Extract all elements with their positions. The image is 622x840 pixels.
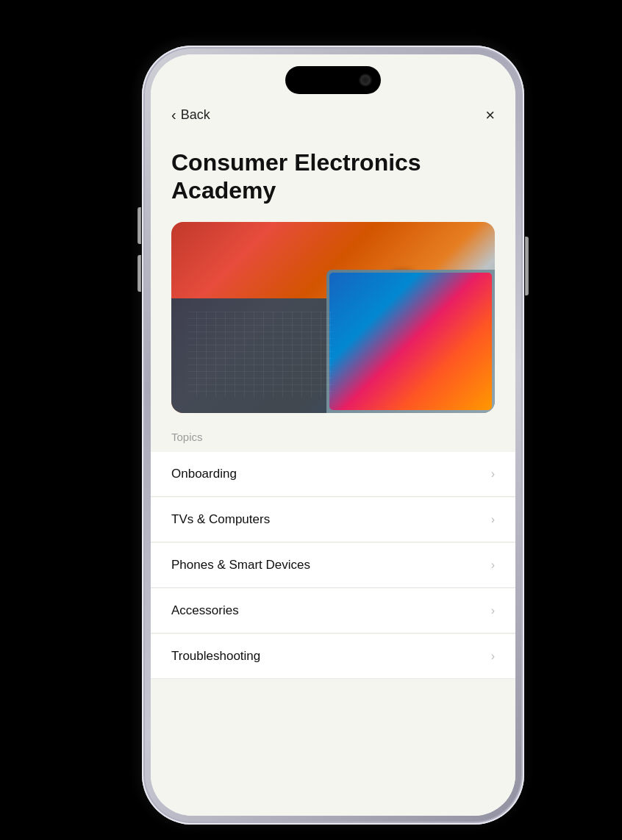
dynamic-island <box>285 66 381 94</box>
hero-image <box>171 222 495 413</box>
chevron-right-icon: › <box>491 559 495 572</box>
chevron-right-icon: › <box>491 513 495 526</box>
topic-label-tvs-computers: TVs & Computers <box>171 512 270 527</box>
screen-content[interactable]: ‹ Back × Consumer Electronics Academy To… <box>151 54 515 816</box>
volume-up-button[interactable] <box>137 207 141 244</box>
page-title: Consumer Electronics Academy <box>151 137 515 223</box>
close-icon: × <box>485 106 495 124</box>
power-button[interactable] <box>525 237 529 295</box>
topic-item-troubleshooting[interactable]: Troubleshooting › <box>151 634 515 679</box>
back-label: Back <box>181 107 210 123</box>
chevron-right-icon: › <box>491 467 495 481</box>
hero-tablet-screen <box>329 273 492 410</box>
close-button[interactable]: × <box>485 106 495 125</box>
back-button[interactable]: ‹ Back <box>171 107 210 123</box>
topic-label-accessories: Accessories <box>171 603 239 618</box>
topic-item-onboarding[interactable]: Onboarding › <box>151 452 515 497</box>
hero-tablet <box>326 270 495 413</box>
topic-item-phones-smart-devices[interactable]: Phones & Smart Devices › <box>151 543 515 588</box>
topic-label-phones-smart-devices: Phones & Smart Devices <box>171 558 310 572</box>
topic-item-tvs-computers[interactable]: TVs & Computers › <box>151 498 515 542</box>
chevron-right-icon: › <box>491 604 495 617</box>
phone-screen: ‹ Back × Consumer Electronics Academy To… <box>151 54 515 816</box>
topic-label-troubleshooting: Troubleshooting <box>171 649 260 664</box>
camera-dot <box>360 75 371 85</box>
phone-wrapper: ‹ Back × Consumer Electronics Academy To… <box>142 46 524 825</box>
topic-item-accessories[interactable]: Accessories › <box>151 589 515 633</box>
chevron-right-icon: › <box>491 650 495 663</box>
topics-section-label: Topics <box>151 413 515 452</box>
bottom-spacer <box>151 680 515 709</box>
volume-down-button[interactable] <box>137 255 141 292</box>
chevron-left-icon: ‹ <box>171 107 176 123</box>
topic-label-onboarding: Onboarding <box>171 467 237 481</box>
